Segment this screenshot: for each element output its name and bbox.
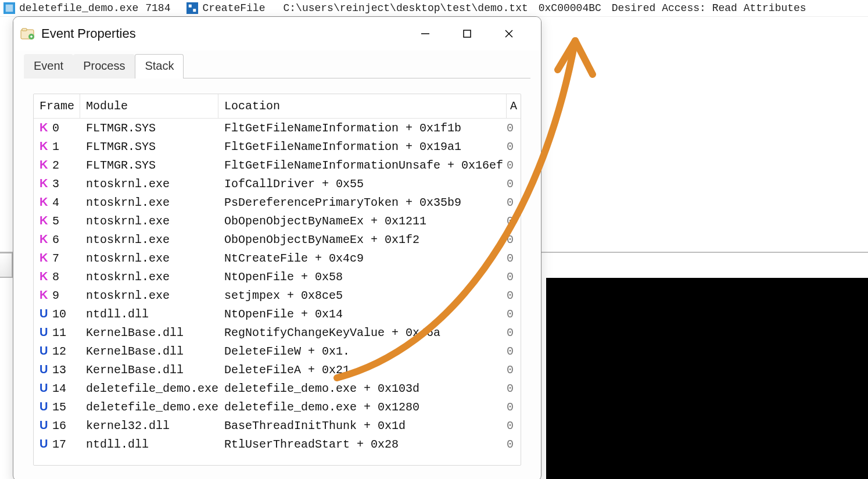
mode-badge: U	[40, 326, 50, 339]
stack-location: BaseThreadInitThunk + 0x1d	[218, 419, 507, 432]
mode-badge: K	[40, 214, 50, 227]
mode-badge: K	[40, 121, 50, 134]
stack-a: 0	[507, 308, 521, 321]
stack-row[interactable]: K0FLTMGR.SYSFltGetFileNameInformation + …	[34, 119, 521, 137]
tab-stack[interactable]: Stack	[135, 54, 184, 78]
stack-module: ntdll.dll	[80, 438, 218, 451]
stack-a: 0	[507, 177, 521, 191]
stack-location: RegNotifyChangeKeyValue + 0x46a	[218, 326, 507, 339]
frame-index: 2	[52, 159, 59, 172]
mode-badge: K	[40, 140, 50, 153]
stack-a: 0	[507, 140, 521, 153]
mode-badge: K	[40, 177, 50, 190]
stack-row[interactable]: U14deletefile_demo.exedeletefile_demo.ex…	[34, 379, 521, 398]
stack-location: FltGetFileNameInformation + 0x1f1b	[218, 121, 507, 135]
console-panel	[546, 278, 868, 479]
stack-row[interactable]: U17ntdll.dllRtlUserThreadStart + 0x280	[34, 435, 521, 453]
event-properties-dialog: Event Properties Event Process Stack Fra…	[13, 16, 541, 479]
stack-location: FltGetFileNameInformation + 0x19a1	[218, 140, 507, 153]
stack-a: 0	[507, 345, 521, 358]
mode-badge: U	[40, 363, 50, 376]
stack-row[interactable]: U13KernelBase.dllDeleteFileA + 0x210	[34, 360, 521, 379]
stack-row[interactable]: K4ntoskrnl.exePsDereferencePrimaryToken …	[34, 193, 521, 212]
mode-badge: K	[40, 251, 50, 264]
frame-index: 5	[52, 215, 59, 228]
minimize-button[interactable]	[413, 23, 437, 45]
procmon-operation: CreateFile	[200, 2, 267, 14]
stack-module: KernelBase.dll	[80, 326, 218, 339]
stack-row[interactable]: K3ntoskrnl.exeIofCallDriver + 0x550	[34, 174, 521, 193]
stack-a: 0	[507, 289, 521, 302]
header-module[interactable]: Module	[80, 94, 218, 118]
stack-row[interactable]: K9ntoskrnl.exesetjmpex + 0x8ce50	[34, 286, 521, 305]
stack-a: 0	[507, 438, 521, 451]
dialog-titlebar[interactable]: Event Properties	[13, 17, 541, 51]
mode-badge: U	[40, 400, 50, 413]
procmon-result: 0xC00004BC	[537, 2, 603, 14]
frame-index: 15	[52, 401, 66, 414]
stack-headers[interactable]: Frame Module Location A	[34, 94, 521, 119]
mode-badge: U	[40, 419, 50, 432]
frame-index: 10	[52, 308, 66, 321]
frame-index: 4	[52, 196, 59, 209]
stack-row[interactable]: K5ntoskrnl.exeObOpenObjectByNameEx + 0x1…	[34, 212, 521, 230]
svg-rect-3	[189, 5, 192, 8]
stack-location: ObOpenObjectByNameEx + 0x1211	[218, 215, 507, 228]
dialog-title: Event Properties	[41, 26, 413, 41]
stack-module: ntoskrnl.exe	[80, 177, 218, 191]
mode-badge: U	[40, 381, 50, 395]
svg-rect-4	[193, 9, 196, 12]
stack-location: deletefile_demo.exe + 0x1280	[218, 401, 507, 414]
stack-a: 0	[507, 419, 521, 432]
stack-a: 0	[507, 363, 521, 377]
stack-row[interactable]: K2FLTMGR.SYSFltGetFileNameInformationUns…	[34, 156, 521, 174]
frame-index: 1	[52, 140, 59, 153]
close-button[interactable]	[497, 23, 521, 45]
stack-module: ntoskrnl.exe	[80, 233, 218, 246]
stack-row[interactable]: K6ntoskrnl.exeObOpenObjectByNameEx + 0x1…	[34, 230, 521, 249]
stack-location: ObOpenObjectByNameEx + 0x1f2	[218, 233, 507, 246]
stack-row[interactable]: U11KernelBase.dllRegNotifyChangeKeyValue…	[34, 323, 521, 342]
header-a[interactable]: A	[507, 94, 521, 118]
procmon-pid: 7184	[144, 2, 172, 14]
stack-row[interactable]: K1FLTMGR.SYSFltGetFileNameInformation + …	[34, 137, 521, 156]
stack-row[interactable]: K7ntoskrnl.exeNtCreateFile + 0x4c90	[34, 249, 521, 267]
frame-index: 3	[52, 177, 59, 191]
header-location[interactable]: Location	[218, 94, 507, 118]
stack-location: setjmpex + 0x8ce5	[218, 289, 507, 302]
stack-a: 0	[507, 196, 521, 209]
procmon-row[interactable]: deletefile_demo.exe 7184 CreateFile C:\u…	[0, 0, 868, 17]
frame-index: 17	[52, 438, 66, 451]
operation-icon	[186, 2, 198, 14]
left-box	[0, 252, 13, 278]
tab-event[interactable]: Event	[24, 54, 73, 78]
stack-location: PsDereferencePrimaryToken + 0x35b9	[218, 196, 507, 209]
process-icon	[3, 2, 15, 14]
mode-badge: K	[40, 158, 50, 171]
stack-location: IofCallDriver + 0x55	[218, 177, 507, 191]
stack-list[interactable]: Frame Module Location A K0FLTMGR.SYSFltG…	[33, 94, 521, 466]
stack-row[interactable]: U15deletefile_demo.exedeletefile_demo.ex…	[34, 398, 521, 416]
procmon-process: deletefile_demo.exe	[17, 2, 140, 14]
svg-rect-6	[22, 28, 27, 31]
header-frame[interactable]: Frame	[34, 94, 80, 118]
stack-module: deletefile_demo.exe	[80, 401, 218, 414]
stack-row[interactable]: U12KernelBase.dllDeleteFileW + 0x1.0	[34, 342, 521, 360]
dialog-icon	[20, 27, 35, 40]
tab-process[interactable]: Process	[73, 54, 135, 78]
stack-module: deletefile_demo.exe	[80, 382, 218, 395]
stack-module: ntoskrnl.exe	[80, 215, 218, 228]
procmon-path: C:\users\reinject\desktop\test\demo.txt	[281, 2, 529, 14]
mode-badge: K	[40, 195, 50, 209]
mode-badge: U	[40, 437, 50, 451]
stack-row[interactable]: U10ntdll.dllNtOpenFile + 0x140	[34, 305, 521, 323]
stack-row[interactable]: K8ntoskrnl.exeNtOpenFile + 0x580	[34, 267, 521, 286]
stack-a: 0	[507, 382, 521, 395]
stack-row[interactable]: U16kernel32.dllBaseThreadInitThunk + 0x1…	[34, 416, 521, 435]
maximize-button[interactable]	[455, 23, 479, 45]
frame-index: 11	[52, 326, 66, 339]
stack-module: FLTMGR.SYS	[80, 121, 218, 135]
svg-rect-1	[6, 5, 13, 12]
frame-index: 14	[52, 382, 66, 395]
procmon-detail: Desired Access: Read Attributes	[610, 2, 808, 14]
